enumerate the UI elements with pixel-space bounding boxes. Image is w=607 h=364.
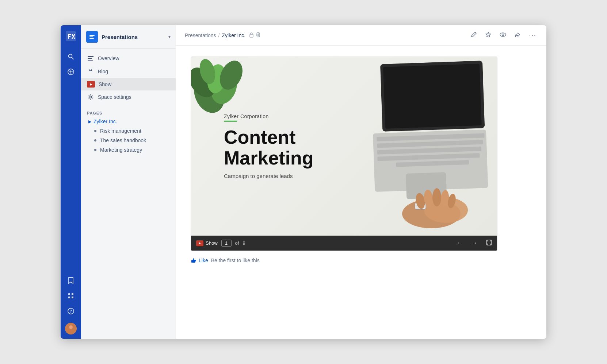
breadcrumb-sep: / <box>218 32 220 38</box>
laptop-decoration <box>358 57 497 236</box>
edit-button[interactable] <box>469 30 478 41</box>
blog-label: Blog <box>98 69 108 74</box>
star-button[interactable] <box>484 30 493 41</box>
page-label-zylker: Zylker Inc. <box>93 119 117 124</box>
breadcrumb-current: Zylker Inc. <box>222 32 246 38</box>
page-item-risk[interactable]: Risk management <box>87 126 170 136</box>
svg-point-13 <box>69 325 73 329</box>
page-item-zylker[interactable]: ▶ Zylker Inc. <box>87 117 170 126</box>
overview-icon <box>87 55 94 62</box>
like-label: Like <box>199 257 208 263</box>
show-label: Show <box>206 240 218 246</box>
topbar: Presentations / Zylker Inc. <box>176 25 546 46</box>
sidebar-item-show[interactable]: Show <box>81 78 176 90</box>
sidebar-item-overview[interactable]: Overview <box>81 52 176 65</box>
attachment-icon[interactable] <box>256 32 261 39</box>
page-label-risk: Risk management <box>100 128 141 134</box>
overview-label: Overview <box>98 55 119 61</box>
sidebar-nav: Overview ❝ Blog Show Space settings <box>81 49 176 107</box>
page-item-marketing[interactable]: Marketing strategy <box>87 145 170 155</box>
like-bar: Like Be the first to like this <box>191 257 532 263</box>
plant-decoration <box>191 57 249 115</box>
svg-rect-0 <box>66 31 76 41</box>
expand-button[interactable] <box>486 240 492 247</box>
help-icon[interactable]: ? <box>64 305 77 318</box>
presentation-toolbar: ▶ Show 1 of 9 ← → <box>191 236 497 251</box>
slide-background: Zylker Corporation Content Marketing Cam… <box>191 57 497 236</box>
next-slide-button[interactable]: → <box>469 239 480 248</box>
svg-rect-33 <box>383 64 482 129</box>
dot-icon <box>94 130 96 132</box>
slide-underline <box>224 121 237 122</box>
svg-point-25 <box>502 34 504 35</box>
icon-bar: ? <box>61 25 81 339</box>
corp-name: Zylker Corporation <box>224 113 314 119</box>
svg-point-24 <box>500 33 506 36</box>
page-separator: of <box>235 240 239 246</box>
breadcrumb-presentations[interactable]: Presentations <box>185 32 216 38</box>
svg-rect-18 <box>89 38 94 39</box>
page-item-sales[interactable]: The sales handbook <box>87 136 170 145</box>
dot-icon <box>94 139 96 142</box>
show-label: Show <box>99 81 111 87</box>
chevron-right-icon: ▶ <box>88 119 91 124</box>
sidebar-item-blog[interactable]: ❝ Blog <box>81 65 176 78</box>
breadcrumb: Presentations / Zylker Inc. <box>185 32 469 39</box>
svg-rect-51 <box>191 260 192 263</box>
lock-icon[interactable] <box>249 32 254 39</box>
dot-icon <box>94 149 96 151</box>
bookmark-icon[interactable] <box>64 274 77 287</box>
avatar[interactable] <box>65 323 77 334</box>
svg-point-47 <box>432 188 441 206</box>
like-description: Be the first to like this <box>211 257 260 263</box>
more-button[interactable]: ··· <box>527 30 538 41</box>
like-button[interactable]: Like <box>191 257 208 263</box>
topbar-actions: ··· <box>469 30 538 41</box>
pages-label: PAGES <box>87 111 170 115</box>
page-label-marketing: Marketing strategy <box>100 147 142 153</box>
page-label-sales: The sales handbook <box>100 138 146 143</box>
sidebar: Presentations ▾ Overview ❝ Blog <box>81 25 176 339</box>
apps-icon[interactable] <box>64 289 77 302</box>
main-content: Presentations / Zylker Inc. <box>176 25 546 339</box>
svg-point-22 <box>90 96 92 98</box>
svg-rect-7 <box>72 293 73 295</box>
chevron-down-icon: ▾ <box>168 34 171 39</box>
pages-section: PAGES ▶ Zylker Inc. Risk management The … <box>81 107 176 156</box>
pres-show-icon: ▶ <box>196 240 203 246</box>
create-icon[interactable] <box>64 65 77 78</box>
svg-text:?: ? <box>70 309 72 313</box>
content-area: Zylker Corporation Content Marketing Cam… <box>176 46 546 339</box>
watch-button[interactable] <box>498 30 508 41</box>
current-page[interactable]: 1 <box>221 240 232 247</box>
search-icon[interactable] <box>64 50 77 63</box>
svg-rect-16 <box>89 35 95 36</box>
settings-label: Space settings <box>98 94 131 100</box>
blog-icon: ❝ <box>87 68 94 75</box>
svg-rect-6 <box>68 293 70 295</box>
svg-line-2 <box>72 58 74 59</box>
slide-title: Content Marketing <box>224 127 314 169</box>
prev-slide-button[interactable]: ← <box>454 239 465 248</box>
svg-rect-23 <box>250 34 253 37</box>
svg-rect-17 <box>89 36 93 37</box>
slide-text-content: Zylker Corporation Content Marketing Cam… <box>224 113 314 179</box>
show-icon <box>87 81 95 88</box>
space-name: Presentations <box>102 34 168 40</box>
settings-icon <box>87 93 94 101</box>
presentation-slide: Zylker Corporation Content Marketing Cam… <box>191 57 497 236</box>
breadcrumb-icons <box>249 32 261 39</box>
slide-subtitle: Campaign to generate leads <box>224 173 314 179</box>
show-badge: ▶ Show <box>196 240 218 246</box>
svg-rect-8 <box>68 297 70 298</box>
total-pages: 9 <box>243 240 245 246</box>
share-button[interactable] <box>513 30 522 41</box>
space-icon <box>86 31 98 43</box>
sidebar-item-settings[interactable]: Space settings <box>81 90 176 104</box>
presentation-embed: Zylker Corporation Content Marketing Cam… <box>191 57 497 251</box>
svg-rect-9 <box>72 297 73 298</box>
app-logo[interactable] <box>64 30 77 43</box>
space-header[interactable]: Presentations ▾ <box>81 25 176 49</box>
